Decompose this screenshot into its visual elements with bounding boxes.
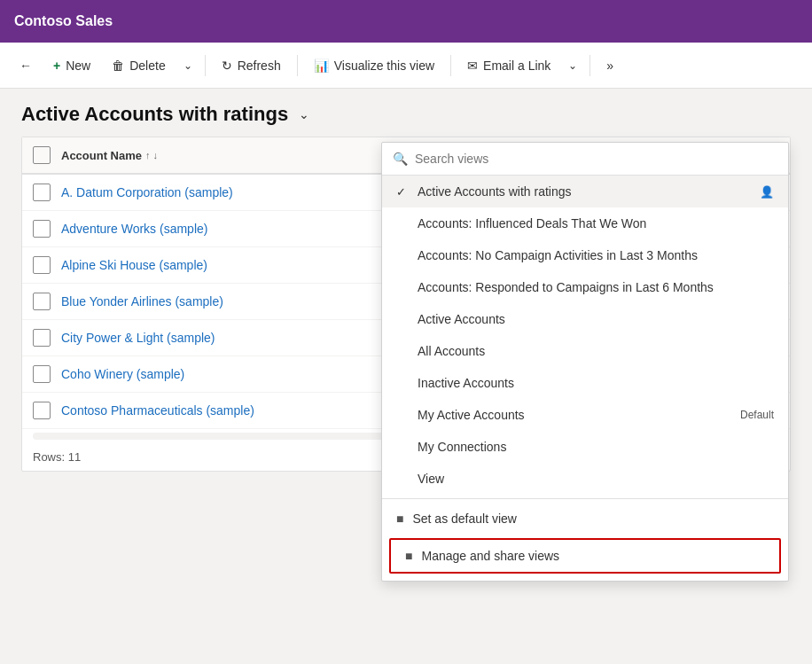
view-list-item-responded-campaigns[interactable]: Accounts: Responded to Campaigns in Last… — [382, 271, 788, 303]
email-chevron[interactable]: ⌄ — [563, 54, 582, 77]
chart-icon: 📊 — [314, 59, 329, 73]
view-list-item-all-accounts[interactable]: All Accounts — [382, 335, 788, 367]
back-button[interactable]: ← — [11, 53, 41, 78]
email-link-button[interactable]: ✉ Email a Link — [458, 53, 559, 78]
account-link[interactable]: Coho Winery (sample) — [61, 367, 184, 381]
view-item-text: Accounts: No Campaign Activities in Last… — [418, 248, 774, 262]
row-checkbox[interactable] — [33, 184, 51, 201]
manage-views-icon: ■ — [405, 549, 412, 563]
separator-3 — [450, 55, 451, 76]
sort-icon[interactable]: ↑ ↓ — [145, 150, 158, 160]
view-item-text: Active Accounts with ratings — [418, 184, 753, 199]
view-list-item-no-campaign[interactable]: Accounts: No Campaign Activities in Last… — [382, 239, 788, 271]
view-list-item-influenced-deals[interactable]: Accounts: Influenced Deals That We Won — [382, 207, 788, 239]
separator-2 — [297, 55, 298, 76]
view-title: Active Accounts with ratings — [21, 103, 288, 126]
view-item-text: Accounts: Influenced Deals That We Won — [418, 216, 774, 230]
person-icon: 👤 — [760, 185, 774, 199]
manage-views-label: Manage and share views — [421, 549, 559, 563]
view-list-item-my-active[interactable]: My Active Accounts Default — [382, 399, 788, 431]
divider-1 — [382, 498, 788, 499]
search-input[interactable] — [415, 152, 777, 166]
search-box: 🔍 — [382, 143, 788, 176]
refresh-button[interactable]: ↻ Refresh — [213, 53, 290, 78]
row-checkbox[interactable] — [33, 220, 51, 238]
new-button[interactable]: + New — [44, 53, 99, 78]
view-item-text: View — [418, 472, 774, 486]
account-link[interactable]: Alpine Ski House (sample) — [61, 258, 207, 272]
col-account-name: Account Name ↑ ↓ — [61, 149, 158, 162]
view-dropdown-button[interactable]: ⌄ — [295, 104, 313, 125]
row-checkbox[interactable] — [33, 329, 51, 347]
view-item-text: My Active Accounts — [418, 408, 733, 422]
view-item-text: All Accounts — [418, 344, 774, 358]
view-list: ✓ Active Accounts with ratings 👤 Account… — [382, 176, 788, 495]
row-checkbox[interactable] — [33, 402, 51, 419]
view-header: Active Accounts with ratings ⌄ — [21, 103, 791, 126]
view-list-item-view[interactable]: View — [382, 463, 788, 495]
row-checkbox[interactable] — [33, 293, 51, 310]
view-list-item-inactive-accounts[interactable]: Inactive Accounts — [382, 367, 788, 399]
header-checkbox[interactable] — [33, 146, 51, 164]
view-list-item-active-accounts[interactable]: Active Accounts — [382, 303, 788, 335]
visualize-button[interactable]: 📊 Visualize this view — [305, 53, 443, 78]
set-default-label: Set as default view — [412, 512, 517, 526]
views-dropdown-panel: 🔍 ✓ Active Accounts with ratings 👤 Accou… — [381, 142, 789, 582]
view-item-badge: Default — [740, 409, 774, 421]
back-icon: ← — [20, 59, 32, 73]
check-icon: ✓ — [396, 185, 410, 199]
separator-1 — [205, 55, 206, 76]
view-item-text: Accounts: Responded to Campaigns in Last… — [418, 280, 774, 294]
email-icon: ✉ — [467, 59, 478, 73]
account-link[interactable]: Contoso Pharmaceuticals (sample) — [61, 403, 254, 418]
account-link[interactable]: City Power & Light (sample) — [61, 331, 215, 345]
search-icon: 🔍 — [393, 152, 408, 166]
view-list-item-active-ratings[interactable]: ✓ Active Accounts with ratings 👤 — [382, 176, 788, 207]
row-checkbox[interactable] — [33, 365, 51, 383]
delete-chevron[interactable]: ⌄ — [178, 54, 198, 77]
refresh-icon: ↻ — [222, 59, 232, 73]
view-item-text: Inactive Accounts — [418, 376, 774, 390]
manage-views-item[interactable]: ■ Manage and share views — [389, 538, 781, 574]
set-default-item[interactable]: ■ Set as default view — [382, 503, 788, 535]
delete-button[interactable]: 🗑 Delete — [103, 53, 174, 78]
plus-icon: + — [53, 59, 60, 73]
row-checkbox[interactable] — [33, 256, 51, 274]
view-list-item-my-connections[interactable]: My Connections — [382, 431, 788, 463]
separator-4 — [589, 55, 590, 76]
view-item-text: Active Accounts — [418, 312, 774, 326]
more-button[interactable]: » — [597, 53, 622, 78]
top-bar: Contoso Sales — [0, 0, 812, 43]
toolbar: ← + New 🗑 Delete ⌄ ↻ Refresh 📊 Visualize… — [0, 43, 812, 89]
view-item-text: My Connections — [418, 440, 774, 454]
account-link[interactable]: Adventure Works (sample) — [61, 222, 207, 236]
set-default-icon: ■ — [396, 512, 403, 526]
account-link[interactable]: Blue Yonder Airlines (sample) — [61, 294, 223, 309]
app-title: Contoso Sales — [14, 13, 113, 29]
account-link[interactable]: A. Datum Corporation (sample) — [61, 185, 233, 199]
main-content: Active Accounts with ratings ⌄ Account N… — [0, 89, 812, 486]
more-icon: » — [606, 59, 613, 73]
trash-icon: 🗑 — [112, 59, 124, 73]
